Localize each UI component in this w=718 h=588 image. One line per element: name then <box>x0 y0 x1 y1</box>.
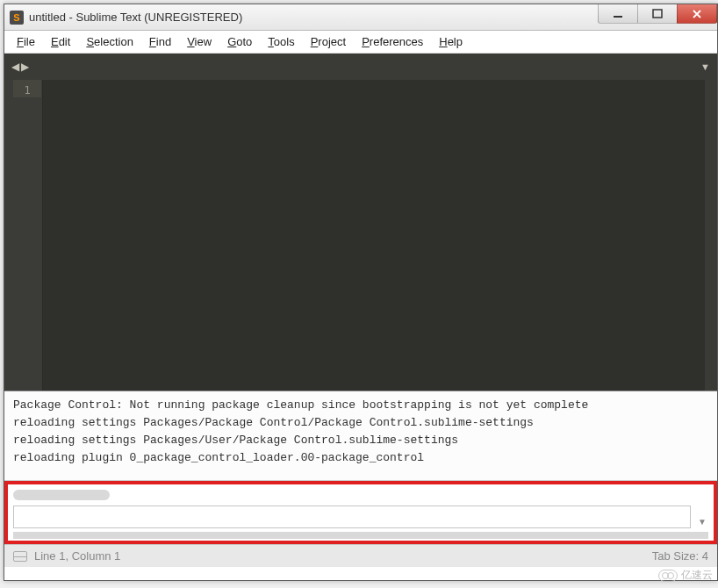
status-tabsize[interactable]: Tab Size: 4 <box>652 549 708 563</box>
watermark: 亿速云 <box>658 568 713 583</box>
menu-selection[interactable]: Selection <box>81 33 138 50</box>
panel-toggle-icon[interactable] <box>13 551 27 562</box>
watermark-text: 亿速云 <box>681 568 713 583</box>
maximize-button[interactable] <box>637 4 678 24</box>
gutter: 1 <box>4 80 43 391</box>
window-controls <box>599 4 717 24</box>
menu-edit[interactable]: Edit <box>46 33 75 50</box>
watermark-icon <box>658 570 678 582</box>
editor-area: 1 <box>4 80 717 391</box>
app-window: S untitled - Sublime Text (UNREGISTERED)… <box>4 4 718 581</box>
close-button[interactable] <box>677 4 717 24</box>
menu-project[interactable]: Project <box>305 33 351 50</box>
editor[interactable] <box>43 80 717 391</box>
menu-view[interactable]: View <box>182 33 217 50</box>
menu-tools[interactable]: Tools <box>262 33 299 50</box>
input-panel-header <box>13 488 708 502</box>
input-hint-placeholder <box>13 490 110 500</box>
titlebar: S untitled - Sublime Text (UNREGISTERED) <box>4 4 717 31</box>
menu-file[interactable]: File <box>11 33 40 50</box>
menu-goto[interactable]: Goto <box>222 33 257 50</box>
window-title: untitled - Sublime Text (UNREGISTERED) <box>29 11 242 24</box>
tab-dropdown-button[interactable]: ▼ <box>700 61 710 72</box>
minimize-button[interactable] <box>598 4 638 24</box>
command-input[interactable] <box>13 506 691 528</box>
status-position: Line 1, Column 1 <box>34 549 120 563</box>
menubar: FileEditSelectionFindViewGotoToolsProjec… <box>4 31 717 54</box>
line-number: 1 <box>13 80 41 97</box>
console-output[interactable]: Package Control: Not running package cle… <box>4 391 717 481</box>
menu-help[interactable]: Help <box>434 33 468 50</box>
command-input-panel: ▼ <box>4 481 717 544</box>
menu-find[interactable]: Find <box>144 33 176 50</box>
tab-next-button[interactable]: ▶ <box>21 61 29 73</box>
svg-rect-0 <box>614 16 622 18</box>
svg-rect-1 <box>653 10 662 18</box>
statusbar: Line 1, Column 1 Tab Size: 4 <box>4 544 717 567</box>
input-dropdown-icon[interactable]: ▼ <box>696 506 708 528</box>
app-icon: S <box>10 11 24 25</box>
menu-preferences[interactable]: Preferences <box>356 33 428 50</box>
tabstrip: ◀ ▶ ▼ <box>4 54 717 80</box>
tab-prev-button[interactable]: ◀ <box>11 61 19 73</box>
editor-scrollbar[interactable] <box>705 80 717 391</box>
input-panel-footer <box>13 532 708 539</box>
